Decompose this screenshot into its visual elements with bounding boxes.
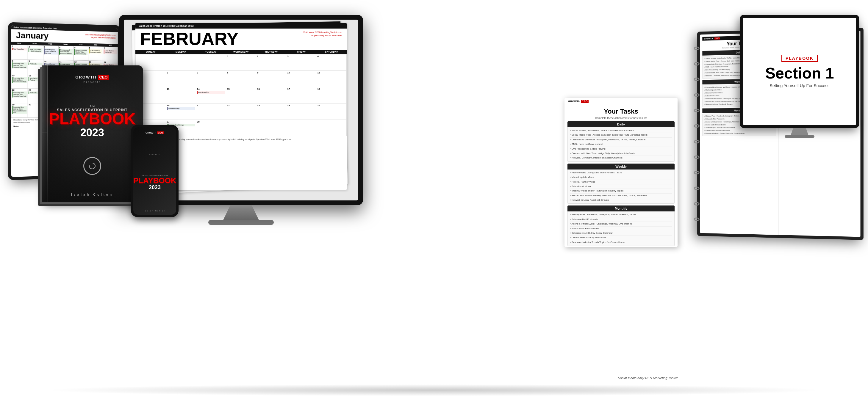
task-item: Schedule your 30-Day Social Calendar bbox=[570, 231, 672, 236]
tasks-section-weekly: Weekly Promote New Listings and Open Hou… bbox=[567, 164, 675, 204]
mcell: 14Valentine's Day bbox=[196, 87, 226, 103]
phone-year: 2023 bbox=[133, 184, 176, 191]
phone-presents: Presents bbox=[149, 154, 160, 155]
visit-line1: Visit: www.RENMarketingToolkit.com bbox=[303, 31, 342, 34]
mcell: 17 bbox=[286, 87, 316, 103]
arrow-icon bbox=[88, 162, 97, 170]
task-item: Webinar Video and/or Training on Industr… bbox=[570, 189, 672, 193]
cal-month-february: FEBRUARY bbox=[135, 29, 243, 48]
task-item: Promote New Listings and Open Houses - J… bbox=[570, 171, 672, 175]
main-scene: Sales Acceleration Blueprint Calendar 20… bbox=[0, 0, 868, 408]
cal-cell: 5Record & Publish Weekly Video (Internet… bbox=[73, 46, 88, 61]
mcell: 4 bbox=[316, 55, 346, 71]
spiral-ring bbox=[694, 78, 700, 81]
mcell bbox=[196, 55, 226, 71]
section-title: Section 1 bbox=[765, 65, 834, 81]
phone-logo: GROWTH CEO bbox=[146, 131, 164, 134]
cal-visit-left: Visit: www.RENMarketingToolkit.com for y… bbox=[85, 32, 116, 39]
spiral-ring bbox=[694, 218, 700, 221]
book-logo: GROWTH CEO bbox=[75, 75, 109, 80]
section-monitor-frame: PLAYBOOK Section 1 Setting Yourself Up F… bbox=[740, 15, 859, 128]
cal-visit-line2: for your daily social templates bbox=[91, 36, 116, 39]
cal-cell: 30 bbox=[28, 103, 43, 118]
visit-line2: for your daily social templates bbox=[311, 34, 342, 37]
monitor-cal-days: SUNDAY MONDAY TUESDAY WEDNESDAY THURSDAY… bbox=[135, 50, 346, 54]
cal-cell: 8Promoting New Listings/Open Houses/Clos… bbox=[11, 60, 28, 74]
day-mon: MON bbox=[27, 42, 42, 45]
spiral-ring bbox=[694, 109, 700, 112]
cal-cell: 16Is A-Part of the Posting bbox=[28, 74, 43, 89]
mday-tue: TUESDAY bbox=[196, 50, 226, 54]
cal-cell: 22Promoting New Listings/Open Houses/Clo… bbox=[11, 89, 28, 103]
cal-cell: 6STK Follow-Up (Internet Leads) bbox=[88, 47, 103, 61]
day-fri: FRI bbox=[88, 43, 103, 47]
spiral-ring bbox=[694, 186, 700, 190]
section-monitor: PLAYBOOK Section 1 Setting Yourself Up F… bbox=[740, 15, 859, 140]
day-sun: SUN bbox=[11, 42, 27, 45]
task-item: Schedule/Mail Postcards bbox=[570, 217, 672, 222]
book-cover: GROWTH CEO Presents The Sales Accelerati… bbox=[42, 65, 143, 202]
mcell: 24 bbox=[286, 103, 316, 120]
mcell: 8 bbox=[226, 71, 256, 87]
section-subtitle: Setting Yourself Up For Success bbox=[770, 83, 830, 88]
mcell: 11 bbox=[316, 71, 346, 87]
task-item: Create/Send Monthly Newsletter bbox=[570, 236, 672, 240]
phone-frame: GROWTH CEO Presents Sales Acceleration B… bbox=[131, 125, 179, 217]
tasks-logo-ceo: CEO bbox=[581, 100, 589, 103]
book-logo-area: GROWTH CEO Presents bbox=[75, 74, 109, 83]
mcell bbox=[166, 55, 196, 71]
mcell: 16 bbox=[256, 87, 286, 103]
book-presents: Presents bbox=[75, 80, 109, 83]
task-item: Channels to Distribute- Instagram, Faceb… bbox=[570, 138, 672, 142]
cal-cell: 1New Year's Day bbox=[11, 45, 28, 60]
day-tue: TUE bbox=[42, 42, 58, 45]
book-logo-ceo: CEO bbox=[98, 75, 109, 80]
cal-cell: 2New Topic Video - SMS Follow-Up bbox=[28, 45, 43, 60]
task-item: Market Update Video bbox=[570, 175, 672, 180]
spiral-ring bbox=[694, 140, 700, 143]
mday-fri: FRIDAY bbox=[286, 50, 316, 54]
mcell bbox=[316, 120, 346, 136]
mcell: 25 bbox=[316, 103, 346, 120]
task-item: Referral Partner Video bbox=[570, 180, 672, 184]
directions-label: Directions: bbox=[13, 119, 22, 121]
section-monitor-stand bbox=[790, 128, 808, 135]
mcell: 6 bbox=[166, 71, 196, 87]
mday-mon: MONDAY bbox=[166, 50, 196, 54]
playbook-badge: PLAYBOOK bbox=[781, 55, 818, 62]
tasks-logo-growth: GROWTH bbox=[568, 100, 580, 103]
day-thu: THU bbox=[73, 43, 88, 46]
phone-playbook: PLAYBOOK bbox=[133, 177, 176, 184]
phone-screen: GROWTH CEO Presents Sales Acceleration B… bbox=[133, 127, 176, 215]
tasks-header: GROWTH CEO bbox=[564, 98, 678, 105]
mday-sun: SUNDAY bbox=[135, 50, 165, 54]
ground-shadow bbox=[43, 384, 825, 396]
cal-front-header: FEBRUARY Visit: www.RENMarketingToolkit.… bbox=[135, 29, 346, 48]
cal-visit-front: Visit: www.RENMarketingToolkit.com for y… bbox=[303, 29, 347, 37]
spiral-ring bbox=[694, 93, 700, 97]
book-author: Isaiah Colton bbox=[71, 193, 113, 196]
monitor-base-center bbox=[208, 220, 274, 225]
day-sat: SAT bbox=[103, 44, 118, 47]
spiral-ring bbox=[694, 202, 700, 205]
task-item: SMS - have met/have not met bbox=[570, 142, 672, 147]
phone-logo-ceo: CEO bbox=[157, 131, 164, 134]
nb-logo-ceo: CEO bbox=[714, 37, 720, 39]
tasks-panel: GROWTH CEO Your Tasks Complete these act… bbox=[564, 98, 678, 247]
tasks-monthly-body: Holiday Post - Facebook, Instagram, Twit… bbox=[567, 211, 675, 246]
notebook-spiral bbox=[694, 37, 701, 230]
mcell: 3 bbox=[286, 55, 316, 71]
task-item: Attend a Virtual Event - Challenge, Webi… bbox=[570, 222, 672, 226]
mcell: 2 bbox=[256, 55, 286, 71]
tasks-title: Your Tasks bbox=[564, 105, 678, 116]
task-item: Attend an In-Person Event bbox=[570, 227, 672, 231]
tasks-section-monthly: Monthly Holiday Post - Facebook, Instagr… bbox=[567, 205, 675, 246]
cal-visit-line1: Visit: www.RENMarketingToolkit.com bbox=[85, 34, 116, 36]
tasks-section-daily: Daily Social Stories; Insta Reels; TikTo… bbox=[567, 121, 675, 162]
mcell bbox=[226, 120, 256, 136]
section-monitor-base bbox=[785, 135, 814, 138]
cal-cell: 4Research and Network with Referral Part… bbox=[59, 46, 74, 61]
mcell: 10 bbox=[286, 71, 316, 87]
phone-title-box: Sales Acceleration Blueprint PLAYBOOK 20… bbox=[133, 175, 176, 191]
task-item: Social Stories; Insta Reels; TikTok - ww… bbox=[570, 129, 672, 133]
